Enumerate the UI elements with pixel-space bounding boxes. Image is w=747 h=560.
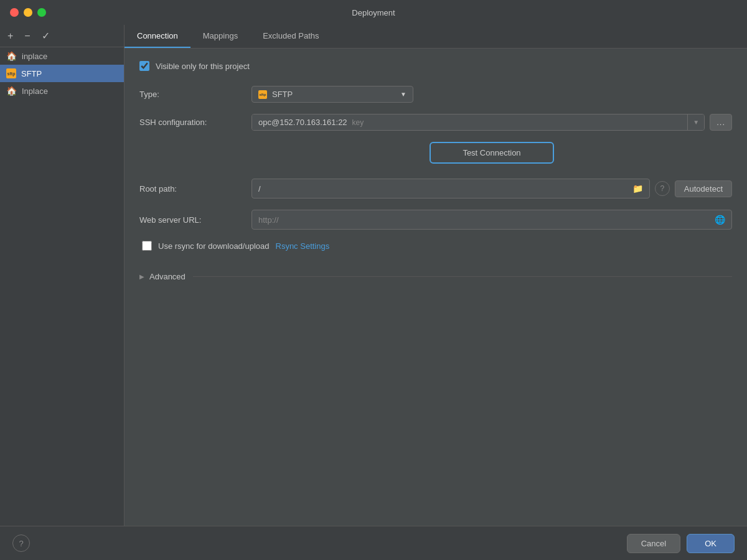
root-path-value: /	[258, 184, 630, 194]
sidebar-toolbar: + − ✓	[0, 25, 124, 47]
rsync-label: Use rsync for download/upload	[158, 241, 270, 251]
type-row: Type: sftp SFTP ▼	[139, 86, 732, 103]
tab-connection[interactable]: Connection	[125, 25, 190, 48]
root-path-row: Root path: / 📁 ? Autodetect	[139, 179, 732, 198]
maximize-button[interactable]	[37, 8, 46, 17]
sidebar-item-sftp[interactable]: sftp SFTP	[0, 65, 124, 82]
type-label: Type:	[139, 90, 251, 99]
tab-excluded-paths[interactable]: Excluded Paths	[250, 25, 331, 48]
rsync-settings-link[interactable]: Rsync Settings	[276, 241, 330, 251]
title-bar: Deployment	[0, 0, 747, 25]
bottom-bar: ? Cancel OK	[0, 526, 747, 560]
autodetect-button[interactable]: Autodetect	[675, 180, 732, 197]
visible-only-row: Visible only for this project	[139, 61, 732, 71]
sidebar-item-inplace[interactable]: 🏠 inplace	[0, 47, 124, 65]
test-connection-row: Test Connection	[139, 142, 732, 164]
web-server-url-row: Web server URL: http:// 🌐	[139, 210, 732, 230]
web-url-placeholder: http://	[258, 215, 712, 225]
minimize-button[interactable]	[24, 8, 32, 17]
advanced-label[interactable]: Advanced	[149, 272, 186, 281]
ok-button[interactable]: OK	[687, 534, 735, 553]
ssh-config-label: SSH configuration:	[139, 118, 251, 127]
root-path-control: / 📁 ? Autodetect	[251, 179, 732, 198]
tab-bar: Connection Mappings Excluded Paths	[125, 25, 747, 49]
web-server-url-label: Web server URL:	[139, 215, 251, 225]
sidebar: + − ✓ 🏠 inplace sftp SFTP 🏠 Inplace	[0, 25, 125, 526]
root-path-input[interactable]: / 📁	[251, 179, 650, 198]
advanced-divider	[193, 276, 732, 277]
content-area: Connection Mappings Excluded Paths Visib…	[125, 25, 747, 526]
main-layout: + − ✓ 🏠 inplace sftp SFTP 🏠 Inplace Conn…	[0, 25, 747, 526]
ssh-config-input[interactable]: opc@152.70.163.161:22 key	[252, 114, 687, 130]
sidebar-item-label: SFTP	[21, 69, 42, 78]
visible-only-label: Visible only for this project	[156, 62, 250, 71]
web-url-input[interactable]: http:// 🌐	[251, 210, 732, 230]
chevron-down-icon: ▼	[400, 91, 406, 98]
server-list: 🏠 inplace sftp SFTP 🏠 Inplace	[0, 47, 124, 526]
visible-only-checkbox[interactable]	[139, 61, 149, 71]
test-connection-button[interactable]: Test Connection	[430, 142, 554, 164]
rsync-checkbox[interactable]	[142, 241, 152, 251]
dialog-title: Deployment	[352, 8, 395, 17]
window-controls	[10, 8, 46, 17]
globe-icon: 🌐	[712, 213, 728, 226]
sidebar-item-label: inplace	[22, 52, 47, 61]
add-server-button[interactable]: +	[6, 29, 14, 43]
ssh-dropdown-arrow[interactable]: ▼	[687, 114, 704, 130]
close-button[interactable]	[10, 8, 19, 17]
sftp-small-icon: sftp	[258, 90, 267, 99]
folder-browse-button[interactable]: 📁	[630, 182, 646, 195]
web-url-control: http:// 🌐	[251, 210, 732, 230]
help-button[interactable]: ?	[12, 534, 30, 552]
ssh-key-label: key	[352, 118, 364, 127]
type-control: sftp SFTP ▼	[251, 86, 732, 103]
ssh-combined-wrapper: opc@152.70.163.161:22 key ▼	[251, 114, 705, 131]
ssh-more-button[interactable]: ...	[710, 114, 732, 131]
rsync-row: Use rsync for download/upload Rsync Sett…	[139, 241, 732, 251]
root-path-label: Root path:	[139, 184, 251, 194]
type-value: SFTP	[272, 90, 293, 99]
sftp-icon: sftp	[6, 68, 16, 78]
ssh-config-control: opc@152.70.163.161:22 key ▼ ...	[251, 114, 732, 131]
sidebar-item-label: Inplace	[22, 86, 48, 96]
advanced-section: ▶ Advanced	[139, 266, 732, 287]
house-icon: 🏠	[6, 51, 17, 61]
remove-server-button[interactable]: −	[23, 29, 31, 43]
form-content: Visible only for this project Type: sftp…	[125, 49, 747, 526]
confirm-button[interactable]: ✓	[40, 29, 51, 43]
house-icon: 🏠	[6, 86, 17, 96]
type-select[interactable]: sftp SFTP ▼	[251, 86, 413, 103]
sidebar-item-inplace2[interactable]: 🏠 Inplace	[0, 82, 124, 100]
cancel-button[interactable]: Cancel	[627, 534, 680, 553]
ssh-config-row: SSH configuration: opc@152.70.163.161:22…	[139, 114, 732, 131]
tab-mappings[interactable]: Mappings	[190, 25, 250, 48]
chevron-right-icon[interactable]: ▶	[139, 273, 144, 280]
bottom-actions: Cancel OK	[627, 534, 735, 553]
root-path-help-button[interactable]: ?	[655, 181, 670, 196]
